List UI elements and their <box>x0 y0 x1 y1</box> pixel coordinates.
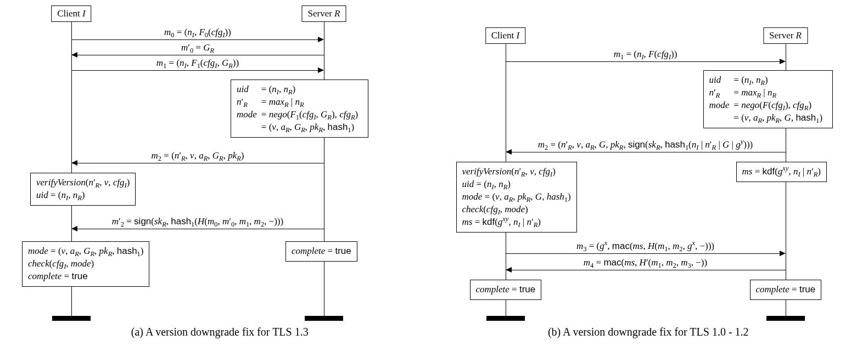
arrow-head <box>318 67 324 73</box>
arrow <box>512 270 786 270</box>
msg-m0: m0 = (nI, F0(cfgI)) <box>164 27 231 37</box>
arrow-head <box>71 160 77 166</box>
panel-tls13: Client I Server R m0 = (nI, F0(cfgI)) m′… <box>16 5 423 338</box>
endbar-client <box>486 316 525 321</box>
caption-a: (a) A version downgrade fix for TLS 1.3 <box>16 326 423 338</box>
arrow <box>71 70 318 71</box>
arrow <box>71 39 318 40</box>
sequence-diagram-a: Client I Server R m0 = (nI, F0(cfgI)) m′… <box>16 5 423 324</box>
arrow <box>77 229 324 229</box>
note-server-ms: ms = kdf(gxy, nI | n′R) <box>736 162 827 182</box>
head-client: Client I <box>51 5 91 22</box>
head-client: Client I <box>485 27 525 44</box>
msg-m2p: m′2 = sign(skR, hash1(H(m0, m′0, m1, m2,… <box>112 217 283 226</box>
endbar-client <box>52 316 91 321</box>
panel-tls10-12: Client I Server R m1 = (nI, F(cfgI)) uid… <box>445 5 852 338</box>
note-server-nego: uid= (nI, nR)n′R= maxR | nRmode= nego(F(… <box>703 70 833 128</box>
arrow <box>77 55 324 55</box>
arrow-head <box>506 149 512 155</box>
msg-m2: m2 = (n′R, v, aR, G, pkR, sign(skR, hash… <box>538 140 753 149</box>
sequence-diagram-b: Client I Server R m1 = (nI, F(cfgI)) uid… <box>445 5 852 324</box>
note-client-verify: verifyVersion(n′R, v, cfgI)uid = (nI, nR… <box>30 173 136 206</box>
head-server: Server R <box>301 5 346 22</box>
msg-m0p: m′0 = GR <box>181 43 214 52</box>
arrow-head <box>506 267 512 273</box>
note-server-complete: complete = true <box>285 241 357 262</box>
lifeline-server <box>324 22 324 316</box>
note-client-verify: verifyVersion(n′R, v, cfgI)uid = (nI, nR… <box>456 162 577 233</box>
note-server-complete: complete = true <box>750 280 822 300</box>
arrow-head <box>71 52 77 58</box>
msg-m2: m2 = (n′R, v, aR, GR, pkR) <box>152 151 244 160</box>
msg-m4: m4 = mac(ms, H′(m1, m2, m3, −)) <box>584 258 707 267</box>
arrow-head <box>318 37 324 42</box>
note-server-nego: uid= (nI, nR)n′R= maxR | nRmode= nego(F1… <box>231 80 368 138</box>
caption-b: (b) A version downgrade fix for TLS 1.0 … <box>445 326 852 338</box>
arrow <box>506 253 780 254</box>
msg-m3: m3 = (gx, mac(ms, H(m1, m2, gx, −))) <box>576 241 714 251</box>
note-client-complete: complete = true <box>470 280 542 300</box>
arrow-head <box>780 251 786 256</box>
arrow <box>506 61 780 62</box>
msg-m1: m1 = (nI, F1(cfgI, GR)) <box>156 58 239 67</box>
arrow <box>77 163 324 163</box>
arrow-head <box>780 59 786 64</box>
arrow-head <box>71 226 77 231</box>
endbar-server <box>766 316 805 321</box>
endbar-server <box>305 316 343 321</box>
msg-m1: m1 = (nI, F(cfgI)) <box>614 49 677 59</box>
note-client-complete: mode = (v, aR, GR, pkR, hash1)check(cfgI… <box>22 241 149 287</box>
head-server: Server R <box>763 27 808 44</box>
arrow <box>512 152 786 152</box>
